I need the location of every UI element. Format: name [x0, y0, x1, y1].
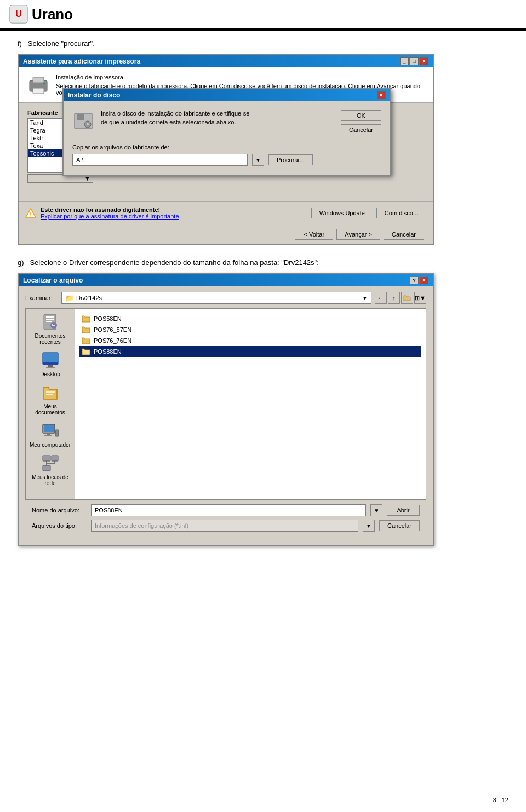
localizar-dialog: Localizar o arquivo ? ✕ Examinar: 📁 Drv2… [18, 273, 434, 546]
windows-update-btn[interactable]: Windows Update [311, 208, 373, 218]
install-text: Insira o disco de instalação do fabrican… [101, 110, 250, 128]
copy-row: ▼ Procurar... [72, 154, 381, 166]
filetype-row: Arquivos do tipo: Informações de configu… [32, 520, 420, 532]
svg-rect-25 [47, 433, 50, 435]
wizard-titlebar-controls: _ □ ✕ [400, 57, 428, 65]
warning-text-area: Este driver não foi assinado digitalment… [41, 206, 307, 220]
filename-row: Nome do arquivo: ▼ Abrir [32, 504, 420, 516]
wizard-title: Assistente para adicionar impressora [23, 57, 140, 65]
svg-point-9 [87, 123, 89, 125]
install-dialog-title: Instalar do disco [68, 91, 120, 99]
page-content: f) Selecione "procurar". Assistente para… [0, 31, 526, 555]
network-item[interactable]: Meus locais de rede [28, 454, 72, 486]
svg-rect-19 [48, 365, 53, 367]
toolbar-icons: ← ↑ ⊞▼ [375, 292, 426, 304]
localizar-close-btn[interactable]: ✕ [420, 277, 428, 284]
browse-btn[interactable]: Procurar... [268, 154, 313, 165]
folder-dropdown[interactable]: 📁 Drv2142s ▼ [61, 292, 371, 304]
my-docs-item[interactable]: Meus documentos [28, 384, 72, 416]
logo-icon: U [9, 4, 28, 24]
svg-point-16 [50, 322, 57, 329]
svg-text:U: U [15, 9, 22, 19]
filename-dropdown-btn[interactable]: ▼ [370, 504, 382, 516]
wizard-close-btn[interactable]: ✕ [420, 57, 428, 65]
install-cancel-btn[interactable]: Cancelar [341, 124, 381, 135]
my-computer-icon [41, 422, 59, 440]
desktop-svg [42, 352, 59, 369]
svg-rect-28 [43, 456, 50, 461]
open-btn[interactable]: Abrir [387, 505, 420, 516]
folder-file-icon-selected [82, 347, 90, 356]
folder-dropdown-arrow: ▼ [362, 295, 368, 301]
folder-icon-sm: 📁 [65, 294, 74, 302]
folder-file-icon [82, 336, 90, 345]
new-folder-btn[interactable] [401, 292, 413, 304]
back-toolbar-btn[interactable]: ← [375, 292, 387, 304]
recent-docs-item[interactable]: Documentos recentes [28, 313, 72, 345]
wizard-minimize-btn[interactable]: _ [400, 57, 409, 65]
page-number: 8 - 12 [493, 797, 508, 803]
file-item[interactable]: POS58EN [79, 313, 421, 324]
network-icon [42, 454, 59, 472]
localizar-main: Documentos recentes [25, 308, 426, 500]
path-input[interactable] [72, 154, 248, 166]
localizar-controls: ? ✕ [410, 277, 428, 284]
up-toolbar-btn[interactable]: ↑ [388, 292, 400, 304]
svg-rect-29 [52, 456, 58, 461]
localizar-footer: Nome do arquivo: ▼ Abrir Arquivos do tip… [25, 500, 426, 539]
section-f: f) Selecione "procurar". Assistente para… [18, 39, 508, 245]
desktop-icon [42, 352, 59, 369]
svg-rect-22 [46, 394, 53, 395]
my-computer-item[interactable]: Meu computador [30, 422, 71, 448]
path-dropdown-btn[interactable]: ▼ [252, 154, 264, 166]
my-computer-svg [41, 422, 59, 440]
warning-link[interactable]: Explicar por que a assinatura de driver … [41, 213, 179, 220]
logo-text: Urano [32, 6, 73, 23]
svg-rect-30 [43, 465, 50, 471]
warning-bold-text: Este driver não foi assinado digitalment… [41, 206, 160, 213]
step-g-label: g) Selecione o Driver correspondente dep… [18, 258, 508, 267]
install-dialog-titlebar: Instalar do disco ✕ [64, 89, 390, 101]
folder-name: Drv2142s [76, 295, 102, 301]
filetype-dropdown-btn[interactable]: ▼ [363, 520, 375, 532]
file-item[interactable]: POS76_57EN [79, 324, 421, 335]
filename-input[interactable] [91, 504, 366, 516]
view-menu-btn[interactable]: ⊞▼ [414, 292, 426, 304]
install-dialog-close-btn[interactable]: ✕ [377, 91, 386, 99]
file-item-selected[interactable]: POS88EN [79, 346, 421, 357]
network-label: Meus locais de rede [28, 474, 72, 486]
my-docs-label: Meus documentos [28, 404, 72, 416]
wizard-maximize-btn[interactable]: □ [410, 57, 419, 65]
wizard-titlebar: Assistente para adicionar impressora _ □… [19, 55, 433, 67]
file-list: POS58EN POS76_57EN POS76_76EN POS88 [75, 309, 426, 499]
filetype-input: Informações de configuração (*.inf) [91, 520, 358, 532]
logo: U Urano [9, 4, 73, 24]
my-computer-label: Meu computador [30, 442, 71, 448]
com-disco-btn[interactable]: Com disco... [376, 208, 426, 218]
desktop-item[interactable]: Desktop [40, 352, 60, 377]
file-item[interactable]: POS76_76EN [79, 335, 421, 346]
next-btn[interactable]: Avançar > [336, 229, 380, 240]
cancel-localizar-btn[interactable]: Cancelar [379, 520, 420, 531]
localizar-title: Localizar o arquivo [23, 277, 83, 284]
install-dialog: Instalar do disco ✕ [62, 88, 391, 176]
localizar-body: Examinar: 📁 Drv2142s ▼ ← ↑ [19, 286, 433, 545]
svg-rect-21 [46, 391, 55, 393]
install-ok-btn[interactable]: OK [341, 110, 381, 121]
examinar-row: Examinar: 📁 Drv2142s ▼ ← ↑ [25, 292, 426, 304]
warning-icon: ! [25, 208, 36, 218]
svg-rect-5 [43, 83, 45, 84]
back-btn[interactable]: < Voltar [295, 229, 333, 240]
svg-rect-13 [46, 316, 54, 318]
install-dialog-controls: ✕ [377, 91, 386, 99]
copy-from-label: Copiar os arquivos do fabricante de: [72, 144, 381, 151]
svg-rect-24 [44, 425, 54, 432]
step-f-label: f) Selecione "procurar". [18, 39, 508, 48]
left-panel: Documentos recentes [26, 309, 75, 499]
install-buttons: OK Cancelar [341, 110, 381, 135]
svg-rect-7 [77, 114, 84, 120]
desktop-label: Desktop [40, 371, 60, 377]
wizard-cancel-btn[interactable]: Cancelar [384, 229, 424, 240]
wizard-footer: < Voltar Avançar > Cancelar [19, 224, 433, 244]
localizar-help-btn[interactable]: ? [410, 277, 419, 284]
